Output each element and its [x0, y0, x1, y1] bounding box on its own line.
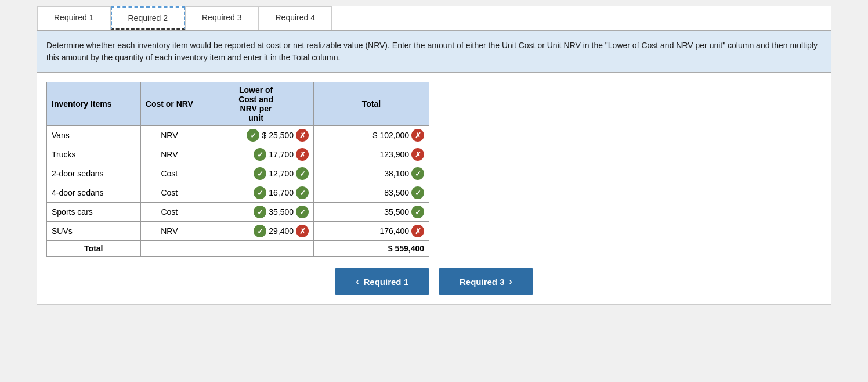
check-icon: ✓ [411, 167, 424, 180]
cell-item: Sports cars [47, 203, 141, 222]
cell-item: SUVs [47, 222, 141, 241]
description-text: Determine whether each inventory item wo… [37, 31, 831, 73]
total-dollar: $ [388, 244, 393, 253]
col-header-total: Total [314, 82, 429, 126]
cell-total: 35,500✓ [314, 203, 429, 222]
cell-total: 83,500✓ [314, 183, 429, 203]
total-value: 123,900 [379, 150, 409, 159]
lower-value: 16,700 [269, 188, 294, 197]
prev-button-label: Required 1 [363, 277, 408, 287]
cell-item: Vans [47, 126, 141, 145]
cell-costnrv: NRV [140, 126, 198, 145]
nav-buttons: ‹ Required 1 Required 3 › [46, 268, 822, 295]
x-icon: ✗ [296, 129, 309, 142]
cell-lower: ✓ 29,400✗ [198, 222, 314, 241]
cell-costnrv: NRV [140, 222, 198, 241]
cell-item: 2-door sedans [47, 164, 141, 183]
cell-item: Trucks [47, 145, 141, 164]
col-header-lower: Lower of Cost and NRV per unit [198, 82, 314, 126]
cell-costnrv: Cost [140, 164, 198, 183]
lower-value: 35,500 [269, 207, 294, 217]
table-row: SUVsNRV✓ 29,400✗ 176,400✗ [47, 222, 429, 241]
tab-required2[interactable]: Required 2 [111, 6, 186, 30]
tab-required4[interactable]: Required 4 [259, 6, 332, 30]
cell-lower: ✓ 12,700✓ [198, 164, 314, 183]
check-icon: ✓ [254, 186, 266, 199]
check-icon: ✓ [296, 186, 309, 199]
dollar-sign: $ [373, 131, 378, 140]
table-row: 2-door sedansCost✓ 12,700✓ 38,100✓ [47, 164, 429, 183]
lower-value: 25,500 [269, 131, 294, 140]
total-value: 38,100 [384, 169, 409, 178]
check-icon: ✓ [411, 186, 424, 199]
total-amount: $ 559,400 [314, 241, 429, 257]
cell-item: 4-door sedans [47, 183, 141, 203]
content-area: Inventory Items Cost or NRV Lower of Cos… [37, 73, 831, 304]
check-icon: ✓ [254, 225, 266, 237]
dollar-sign: $ [262, 131, 266, 140]
cell-costnrv: Cost [140, 203, 198, 222]
prev-chevron-icon: ‹ [356, 276, 359, 287]
cell-costnrv: NRV [140, 145, 198, 164]
cell-lower: ✓ 35,500✓ [198, 203, 314, 222]
tabs-bar: Required 1 Required 2 Required 3 Require… [37, 6, 831, 31]
table-row: Sports carsCost✓ 35,500✓ 35,500✓ [47, 203, 429, 222]
check-icon: ✓ [254, 167, 266, 180]
total-empty2 [198, 241, 314, 257]
inventory-table: Inventory Items Cost or NRV Lower of Cos… [46, 82, 429, 257]
page-container: Required 1 Required 2 Required 3 Require… [37, 6, 831, 305]
total-value: 176,400 [379, 226, 409, 236]
x-icon: ✗ [296, 225, 309, 237]
cell-total: 123,900✗ [314, 145, 429, 164]
tab-required1[interactable]: Required 1 [37, 6, 111, 30]
check-icon: ✓ [254, 148, 266, 161]
table-row: 4-door sedansCost✓ 16,700✓ 83,500✓ [47, 183, 429, 203]
table-row: VansNRV✓$ 25,500✗$ 102,000✗ [47, 126, 429, 145]
total-value: 35,500 [384, 207, 409, 217]
x-icon: ✗ [411, 129, 424, 142]
total-value: 559,400 [395, 244, 424, 253]
table-row: TrucksNRV✓ 17,700✗ 123,900✗ [47, 145, 429, 164]
col-header-costnrv: Cost or NRV [140, 82, 198, 126]
lower-value: 29,400 [269, 226, 294, 236]
check-icon: ✓ [296, 206, 309, 218]
check-icon: ✓ [411, 206, 424, 218]
cell-total: $ 102,000✗ [314, 126, 429, 145]
next-button-label: Required 3 [460, 277, 505, 287]
next-button[interactable]: Required 3 › [439, 268, 533, 295]
cell-total: 176,400✗ [314, 222, 429, 241]
lower-value: 12,700 [269, 169, 294, 178]
cell-total: 38,100✓ [314, 164, 429, 183]
check-icon: ✓ [296, 167, 309, 180]
prev-button[interactable]: ‹ Required 1 [335, 268, 429, 295]
total-value: 102,000 [379, 131, 409, 140]
cell-costnrv: Cost [140, 183, 198, 203]
total-value: 83,500 [384, 188, 409, 197]
cell-lower: ✓ 17,700✗ [198, 145, 314, 164]
lower-value: 17,700 [269, 150, 294, 159]
cell-lower: ✓$ 25,500✗ [198, 126, 314, 145]
x-icon: ✗ [296, 148, 309, 161]
tab-required3[interactable]: Required 3 [185, 6, 259, 30]
total-empty1 [140, 241, 198, 257]
total-label: Total [47, 241, 141, 257]
check-icon: ✓ [254, 206, 266, 218]
col-header-item: Inventory Items [47, 82, 141, 126]
x-icon: ✗ [411, 225, 424, 237]
total-row: Total$ 559,400 [47, 241, 429, 257]
check-icon: ✓ [247, 129, 259, 142]
cell-lower: ✓ 16,700✓ [198, 183, 314, 203]
x-icon: ✗ [411, 148, 424, 161]
next-chevron-icon: › [509, 276, 512, 287]
